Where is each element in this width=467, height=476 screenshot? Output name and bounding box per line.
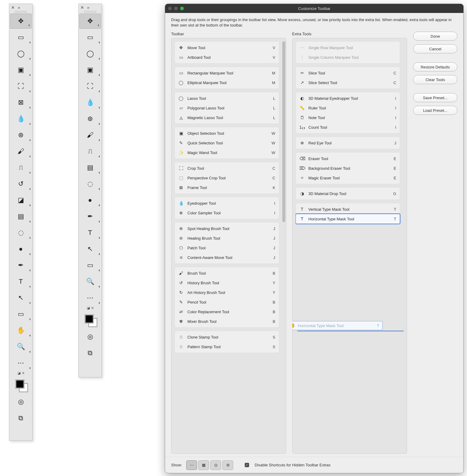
tool-quick-select[interactable]: ▣	[79, 62, 102, 78]
palette-close-icon[interactable]: ✕	[80, 5, 84, 10]
tool-move[interactable]: ✥	[79, 14, 101, 29]
palette-close-icon[interactable]: ✕	[11, 5, 15, 10]
tool-group[interactable]: TVertical Type Mask ToolTTHorizontal Typ…	[296, 203, 400, 225]
tool-stamp[interactable]: ⎍	[9, 159, 32, 176]
tool-row[interactable]: ↺History Brush ToolY	[175, 278, 279, 288]
default-swatch-icon[interactable]: ◪	[17, 371, 20, 375]
tool-row[interactable]: ⌦Background Eraser ToolE	[296, 163, 400, 173]
tool-row[interactable]: ▱Polygonal Lasso ToolL	[175, 103, 279, 113]
tool-group[interactable]: ✥Move ToolV▭Artboard ToolV	[174, 41, 279, 64]
tool-group[interactable]: ✂Slice ToolC↗Slice Select ToolC	[296, 67, 400, 89]
tool-row[interactable]: ✂Slice ToolC	[296, 68, 400, 78]
tool-group[interactable]: ◐3D Material Eyedropper ToolI📏Ruler Tool…	[296, 92, 400, 134]
tool-row[interactable]: ⎍Clone Stamp ToolS	[175, 332, 279, 342]
tool-type[interactable]: T	[9, 273, 32, 290]
extra-list[interactable]: ⋯Single Row Marquee Tool⋮Single Column M…	[292, 38, 407, 454]
show-seg-swatch[interactable]: ▦	[198, 460, 209, 470]
tool-row[interactable]: ✎Quick Selection ToolW	[175, 138, 279, 148]
tool-group[interactable]: ⋯Single Row Marquee Tool⋮Single Column M…	[296, 41, 400, 64]
tool-blur[interactable]: ◌	[79, 176, 102, 192]
show-seg-screen[interactable]: ⧉	[222, 460, 233, 470]
show-seg-more[interactable]: ⋯	[186, 460, 197, 470]
palette-grip[interactable]	[84, 11, 96, 13]
tool-group[interactable]: ⊕Red Eye ToolJ	[296, 137, 400, 149]
tool-rectangle[interactable]: ▭	[9, 306, 32, 322]
tool-dodge[interactable]: ●	[9, 241, 32, 257]
tool-row[interactable]: 🗒Note ToolI	[296, 113, 400, 122]
tool-frame[interactable]: ⊠	[9, 94, 32, 111]
screen-mode-icon[interactable]: ⧉	[9, 410, 32, 426]
tool-group[interactable]: ▭Rectangular Marquee ToolM◯Elliptical Ma…	[174, 67, 279, 89]
palette-collapse-icon[interactable]: »	[87, 5, 89, 10]
tool-row[interactable]: ⋯Single Row Marquee Tool	[296, 43, 400, 52]
tool-marquee[interactable]: ▭	[79, 29, 102, 46]
tool-brush[interactable]: 🖌	[9, 143, 32, 159]
quick-mask-icon[interactable]: ◎	[79, 329, 102, 345]
tool-gradient[interactable]: ▤	[79, 159, 102, 176]
tool-marquee[interactable]: ▭	[9, 29, 32, 46]
tool-zoom[interactable]: 🔍	[9, 339, 32, 355]
tool-row[interactable]: ⊠Frame ToolK	[175, 183, 279, 192]
tool-row[interactable]: ◬Magnetic Lasso ToolL	[175, 113, 279, 122]
tool-row[interactable]: THorizontal Type Mask ToolT	[296, 214, 400, 224]
tool-row[interactable]: ↻Art History Brush ToolY	[175, 288, 279, 297]
tool-row[interactable]: ⤭Content-Aware Move ToolJ	[175, 253, 279, 262]
swap-swatch-icon[interactable]: ⤭	[22, 371, 24, 375]
tool-crop[interactable]: ⛶	[79, 78, 102, 94]
tool-row[interactable]: ⊘Healing Brush ToolJ	[175, 233, 279, 243]
tool-row[interactable]: ⬡Patch ToolJ	[175, 243, 279, 253]
tool-type[interactable]: T	[79, 225, 102, 241]
tool-brush[interactable]: 🖌	[79, 127, 102, 143]
color-swatches[interactable]	[9, 376, 32, 394]
tool-more[interactable]: ⋯	[9, 355, 32, 371]
restore-defaults-button[interactable]: Restore Defaults	[413, 62, 457, 71]
tool-move[interactable]: ✥	[10, 14, 32, 29]
tool-group[interactable]: 💧Eyedropper ToolI⊕Color Sampler ToolI	[174, 197, 279, 219]
tool-row[interactable]: TVertical Type Mask ToolT	[296, 204, 400, 214]
tool-heal[interactable]: ⊛	[9, 127, 32, 143]
tool-row[interactable]: ✧Magic Eraser ToolE	[296, 173, 400, 183]
default-swatch-icon[interactable]: ◪	[87, 306, 90, 310]
cancel-button[interactable]: Cancel	[413, 44, 457, 53]
foreground-swatch[interactable]	[16, 380, 24, 388]
tool-row[interactable]: ⊕Red Eye ToolJ	[296, 138, 400, 148]
tool-group[interactable]: ▣Object Selection ToolW✎Quick Selection …	[174, 127, 279, 159]
tool-row[interactable]: ⊛Spot Healing Brush ToolJ	[175, 224, 279, 233]
tool-row[interactable]: ⌫Eraser ToolE	[296, 154, 400, 163]
tool-row[interactable]: ◐3D Material Eyedropper ToolI	[296, 93, 400, 103]
tool-zoom[interactable]: 🔍	[79, 273, 102, 290]
tool-row[interactable]: 💧Eyedropper ToolI	[175, 198, 279, 208]
tool-row[interactable]: ⊕Color Sampler ToolI	[175, 208, 279, 218]
tool-row[interactable]: ⇄Color Replacement ToolB	[175, 307, 279, 317]
tool-dodge[interactable]: ●	[79, 192, 102, 208]
tool-gradient[interactable]: ▤	[9, 208, 32, 225]
show-seg-mask[interactable]: ◎	[210, 460, 221, 470]
tool-row[interactable]: 🖌Brush ToolB	[175, 268, 279, 278]
toolbar-list[interactable]: ✥Move ToolV▭Artboard ToolV▭Rectangular M…	[171, 38, 286, 454]
tool-path[interactable]: ↖	[79, 241, 102, 257]
disable-shortcuts-checkbox[interactable]: ✓	[245, 463, 249, 467]
tool-row[interactable]: ▣Object Selection ToolW	[175, 128, 279, 138]
palette-collapse-icon[interactable]: »	[18, 5, 20, 10]
tool-row[interactable]: ✥Move ToolV	[175, 43, 279, 52]
tool-eraser[interactable]: ◪	[9, 192, 32, 208]
color-swatches[interactable]	[79, 311, 102, 329]
tool-more[interactable]: ⋯	[79, 290, 102, 306]
tool-row[interactable]: ⎍Pattern Stamp ToolS	[175, 342, 279, 351]
tool-row[interactable]: ✾Mixer Brush ToolB	[175, 317, 279, 326]
tool-blur[interactable]: ◌	[9, 225, 32, 241]
tool-row[interactable]: ⛶Crop ToolC	[175, 163, 279, 173]
palette-grip[interactable]	[15, 11, 27, 13]
tool-crop[interactable]: ⛶	[9, 78, 32, 94]
tool-path[interactable]: ↖	[9, 290, 32, 306]
tool-row[interactable]: ⋮Single Column Marquee Tool	[296, 52, 400, 62]
tool-row[interactable]: 📏Ruler ToolI	[296, 103, 400, 113]
tool-lasso[interactable]: ◯	[9, 46, 32, 62]
done-button[interactable]: Done	[413, 32, 457, 41]
tool-eyedropper[interactable]: 💧	[9, 111, 32, 127]
tool-quick-select[interactable]: ▣	[9, 62, 32, 78]
tool-row[interactable]: ◯Elliptical Marquee ToolM	[175, 78, 279, 87]
tool-row[interactable]: ✎Pencil ToolB	[175, 297, 279, 307]
screen-mode-icon[interactable]: ⧉	[79, 345, 102, 361]
tool-group[interactable]: ⌫Eraser ToolE⌦Background Eraser ToolE✧Ma…	[296, 152, 400, 184]
